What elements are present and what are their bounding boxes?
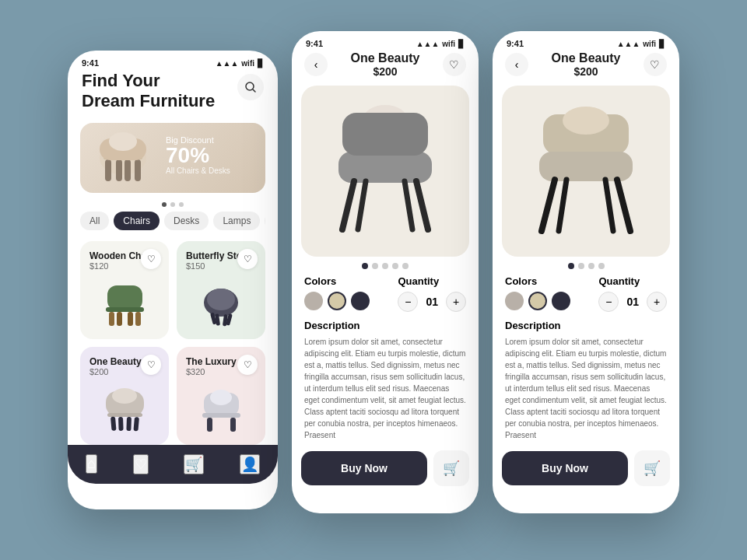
dot-3: [179, 202, 184, 207]
product-title-price-3: $200: [552, 65, 621, 78]
phone1-body: Find YourDream Furniture: [68, 71, 278, 445]
qty-decrease-3[interactable]: −: [598, 292, 619, 312]
svg-line-1: [253, 89, 255, 92]
nav-profile[interactable]: 👤: [240, 454, 260, 474]
qty-controls-3: − 01 +: [598, 292, 667, 312]
product-grid: Wooden Chair $120 ♡: [80, 241, 265, 445]
svg-line-45: [542, 180, 555, 231]
product-img-3: [89, 381, 160, 436]
svg-rect-26: [133, 417, 139, 431]
svg-rect-37: [342, 113, 428, 156]
product-image-area-2: [301, 86, 469, 257]
desc-text-2: Lorem ipsum dolor sit amet, consectetur …: [304, 336, 466, 441]
color-options-2: [304, 292, 370, 310]
nav-cart[interactable]: 🛒: [184, 454, 204, 474]
svg-point-17: [207, 289, 235, 310]
colors-qty-row-3: Colors Quantity − 01 +: [505, 275, 667, 312]
buy-row-2: Buy Now 🛒: [292, 450, 479, 495]
qty-increase-2[interactable]: +: [446, 292, 466, 312]
nav-wishlist[interactable]: ♡: [133, 454, 149, 474]
battery-icon-3: ▊: [659, 40, 665, 48]
wifi-icon-2: wifi: [442, 40, 455, 48]
signal-icon-2: ▲▲▲: [416, 40, 440, 48]
wishlist-btn-detail-2[interactable]: ♡: [443, 53, 466, 76]
svg-point-9: [109, 132, 137, 151]
color-swatch-1[interactable]: [304, 292, 323, 310]
svg-rect-32: [207, 418, 212, 432]
color-swatch-2[interactable]: [328, 292, 346, 310]
battery-icon-2: ▊: [458, 40, 465, 48]
wooden-chair-svg: [100, 279, 150, 330]
butterfly-chair-svg: [196, 279, 247, 330]
colors-label-3: Colors: [505, 275, 570, 287]
buy-row-3: Buy Now 🛒: [493, 450, 679, 495]
svg-rect-27: [118, 417, 124, 431]
color-options-3: [505, 292, 570, 310]
svg-rect-44: [539, 152, 633, 181]
img-dots-2: [292, 263, 479, 269]
product-image-area-3: [502, 86, 670, 257]
product-card-onebeauty[interactable]: One Beauty $200 ♡: [80, 347, 169, 445]
img-dot-2: [372, 263, 378, 269]
product-card-wooden[interactable]: Wooden Chair $120 ♡: [80, 241, 169, 339]
colors-section-3: Colors: [505, 275, 570, 312]
status-icons-3: ▲▲▲ wifi ▊: [617, 40, 665, 48]
bottom-nav: ⌂ ♡ 🛒 👤: [68, 445, 278, 484]
wishlist-btn-1[interactable]: ♡: [141, 249, 161, 269]
wishlist-btn-detail-3[interactable]: ♡: [644, 53, 667, 76]
qty-controls-2: − 01 +: [398, 292, 466, 312]
product-card-luxury[interactable]: The Luxury $320 ♡: [177, 347, 265, 445]
banner-chair-image: [80, 123, 166, 193]
back-button-2[interactable]: ‹: [304, 53, 328, 76]
img-dot-3-4: [598, 263, 605, 269]
product-title-price-2: $200: [351, 65, 420, 78]
phone-3: 9:41 ▲▲▲ wifi ▊ ‹ One Beauty $200 ♡: [493, 31, 679, 513]
status-icons-1: ▲▲▲ wifi ▊: [216, 59, 264, 68]
cart-button-2[interactable]: 🛒: [433, 450, 469, 486]
svg-line-39: [416, 181, 428, 229]
qty-label-2: Quantity: [398, 275, 466, 287]
filter-lamps[interactable]: Lamps: [213, 212, 260, 230]
dot-1: [162, 202, 167, 207]
wishlist-btn-2[interactable]: ♡: [237, 249, 258, 269]
color-swatch-3-2[interactable]: [528, 292, 547, 310]
banner-dots: [80, 202, 265, 207]
svg-point-23: [112, 388, 137, 404]
back-button-3[interactable]: ‹: [505, 53, 528, 76]
color-swatch-3[interactable]: [351, 292, 370, 310]
product-img-4: [186, 381, 256, 436]
svg-rect-4: [105, 159, 111, 181]
product-card-butterfly[interactable]: Butterfly Stop $150 ♡: [177, 241, 265, 339]
qty-increase-3[interactable]: +: [647, 292, 667, 312]
wishlist-btn-4[interactable]: ♡: [237, 355, 258, 375]
img-dot-3-2: [578, 263, 584, 269]
filter-tabs: All Chairs Desks Lamps Dressers: [80, 212, 265, 230]
search-button[interactable]: [237, 74, 264, 100]
qty-decrease-2[interactable]: −: [398, 292, 418, 312]
svg-rect-11: [106, 307, 144, 312]
svg-rect-7: [124, 159, 131, 181]
filter-dressers[interactable]: Dressers: [265, 212, 265, 230]
desc-text-3: Lorem ipsum dolor sit amet, consectetur …: [505, 336, 667, 441]
img-dot-1: [362, 263, 368, 269]
time-1: 9:41: [82, 58, 99, 68]
img-dot-4: [392, 263, 398, 269]
filter-desks[interactable]: Desks: [164, 212, 209, 230]
dot-2: [170, 202, 175, 207]
product-img-1: [89, 275, 160, 330]
img-dot-3-3: [588, 263, 594, 269]
nav-home[interactable]: ⌂: [86, 454, 97, 474]
status-bar-3: 9:41 ▲▲▲ wifi ▊: [493, 31, 679, 51]
svg-rect-15: [128, 312, 133, 326]
product-title-2: One Beauty $200: [351, 51, 420, 78]
filter-all[interactable]: All: [80, 212, 109, 230]
cart-button-3[interactable]: 🛒: [634, 450, 670, 486]
wishlist-btn-3[interactable]: ♡: [141, 355, 161, 375]
color-swatch-3-3[interactable]: [552, 292, 570, 310]
buy-button-3[interactable]: Buy Now: [502, 451, 628, 485]
filter-chairs[interactable]: Chairs: [114, 212, 160, 230]
wifi-icon: wifi: [241, 59, 254, 68]
buy-button-2[interactable]: Buy Now: [301, 451, 427, 485]
color-swatch-3-1[interactable]: [505, 292, 524, 310]
page-title: Find YourDream Furniture: [82, 71, 215, 112]
